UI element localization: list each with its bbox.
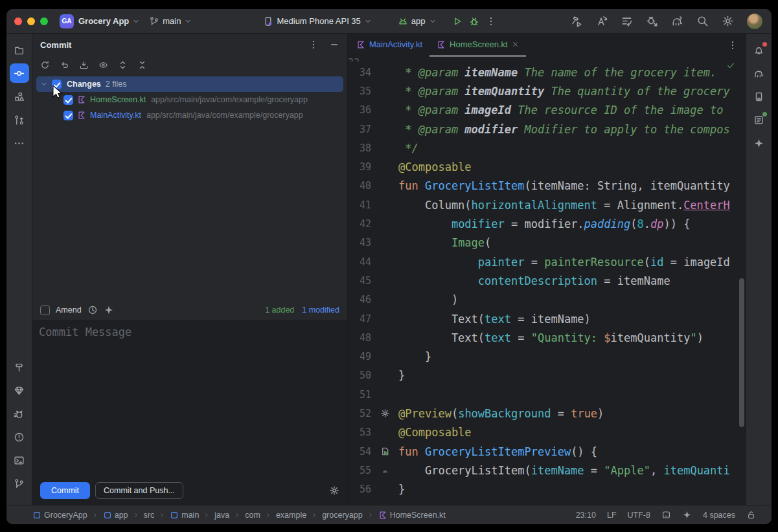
tool-gradle[interactable] [749,63,769,83]
preview-diff-icon[interactable] [98,60,108,70]
breadcrumb-label: app [115,511,128,520]
commit-message-input[interactable]: Commit Message [32,320,347,476]
profiler-icon[interactable] [621,15,633,27]
tool-gemini[interactable] [749,133,769,153]
breadcrumb-item[interactable]: java [214,511,229,520]
chevron-down-icon[interactable] [40,80,48,88]
tool-device-manager[interactable] [749,87,769,106]
tab-homescreen-kt[interactable]: HomeScreen.kt [429,34,526,57]
collapse-all-icon[interactable] [137,60,147,70]
tool-pull-requests[interactable] [10,110,29,129]
tab-options-icon[interactable] [727,40,738,50]
amend-label: Amend [56,305,82,315]
attach-debugger-icon[interactable] [646,15,658,27]
tool-more-tool-windows[interactable] [10,133,29,153]
breadcrumb-item[interactable]: app [103,511,128,520]
tool-app-quality-insights[interactable] [10,381,29,400]
tool-running-devices[interactable] [749,110,769,129]
avatar[interactable] [747,14,762,29]
breadcrumb-item[interactable]: src [144,511,155,520]
inspections-ok-icon[interactable] [726,61,735,70]
encoding[interactable]: UTF-8 [628,511,650,520]
refresh-icon[interactable] [40,60,50,70]
tool-version-control[interactable] [10,474,29,493]
breadcrumb-item[interactable]: main [170,511,199,520]
device-selector[interactable]: Medium Phone API 35 [263,16,371,27]
apply-changes-icon[interactable] [595,15,608,27]
tool-commit[interactable] [10,63,29,83]
code-line: 47 Text(text = itemName) [348,309,746,328]
hide-panel-icon[interactable] [329,39,339,50]
tool-structure[interactable] [10,87,29,106]
changes-group-row[interactable]: Changes2 files [36,76,343,92]
line-number: 43 [348,237,371,249]
settings-icon[interactable] [722,15,734,27]
chevron-down-icon [429,17,437,25]
caret-position[interactable]: 23:10 [576,511,596,520]
code-line: 44 painter = painterResource(id = imageI… [348,252,746,271]
commit-options-gear-icon[interactable] [329,485,339,496]
project-selector[interactable]: Grocery App [78,16,140,26]
changed-file-row[interactable]: MainActivity.ktapp/src/main/java/com/exa… [32,107,347,123]
code-text: fun GroceryListItem(itemName: String, it… [398,179,730,192]
tool-terminal[interactable] [10,450,29,470]
ai-status-icon[interactable] [682,510,692,520]
gradle-sync-icon[interactable] [671,15,683,27]
line-ending[interactable]: LF [607,511,617,520]
tool-build[interactable] [10,357,29,377]
editor-scrollbar[interactable] [739,278,744,427]
changes-checkbox[interactable] [52,80,62,89]
breadcrumb-item[interactable]: com [245,511,260,520]
shelve-icon[interactable] [79,60,89,70]
breadcrumb-item[interactable]: GroceryApp [32,511,87,520]
file-checkbox[interactable] [63,95,73,105]
debug-button[interactable] [469,16,479,27]
commit-button[interactable]: Commit [40,482,90,499]
commit-and-push-button[interactable]: Commit and Push... [95,482,183,499]
changed-file-row[interactable]: HomeScreen.ktapp/src/main/java/com/examp… [32,92,347,107]
minimize-window-button[interactable] [27,17,35,25]
code-line: 39@Composable [348,157,746,176]
code-editor[interactable]: 33 34 * @param itemName The name of the … [348,57,746,505]
branch-selector[interactable]: main [149,16,192,27]
tool-project[interactable] [10,40,29,60]
breadcrumb-item[interactable]: groceryapp [322,511,363,520]
commit-history-icon[interactable] [87,305,98,315]
amend-checkbox[interactable] [40,305,50,315]
expand-all-icon[interactable] [118,60,128,70]
android-icon [398,16,408,27]
code-line: 55 GroceryListItem(itemName = "Apple", i… [348,461,746,480]
lock-open-icon[interactable] [746,510,756,520]
search-icon[interactable] [696,15,709,27]
tool-logcat[interactable] [10,404,29,423]
ai-commit-message-icon[interactable] [104,305,114,315]
gutter-run-file-icon[interactable] [371,447,398,456]
code-text: * @param itemName The name of the grocer… [398,66,716,79]
build-run-icon[interactable] [570,15,582,27]
run-button[interactable] [452,16,463,27]
breadcrumb-item[interactable]: example [276,511,306,520]
file-checkbox[interactable] [63,111,73,120]
close-icon[interactable] [512,41,519,48]
rollback-icon[interactable] [60,60,69,70]
file-name: MainActivity.kt [90,111,141,120]
gutter-marker-icon[interactable] [371,465,398,475]
indent-setting[interactable]: 4 spaces [703,511,735,520]
red-badge-dot [762,42,767,47]
more-actions-icon[interactable] [486,16,496,27]
tool-problems[interactable] [10,427,29,447]
code-line: 51 [348,385,746,404]
breadcrumb-item[interactable]: HomeScreen.kt [378,511,446,520]
gutter-gear-icon[interactable] [371,408,398,418]
line-number: 51 [348,389,371,401]
panel-options-icon[interactable] [308,39,319,50]
close-window-button[interactable] [14,17,22,25]
zoom-window-button[interactable] [40,17,48,25]
code-line: 34 * @param itemName The name of the gro… [348,63,746,82]
green-badge-dot [762,112,767,116]
tool-notifications[interactable] [749,40,769,60]
tab-mainactivity-kt[interactable]: MainActivity.kt [349,34,429,57]
reader-mode-icon[interactable] [661,510,671,520]
device-selector-label: Medium Phone API 35 [277,16,360,26]
run-config-selector[interactable]: app [398,16,437,27]
